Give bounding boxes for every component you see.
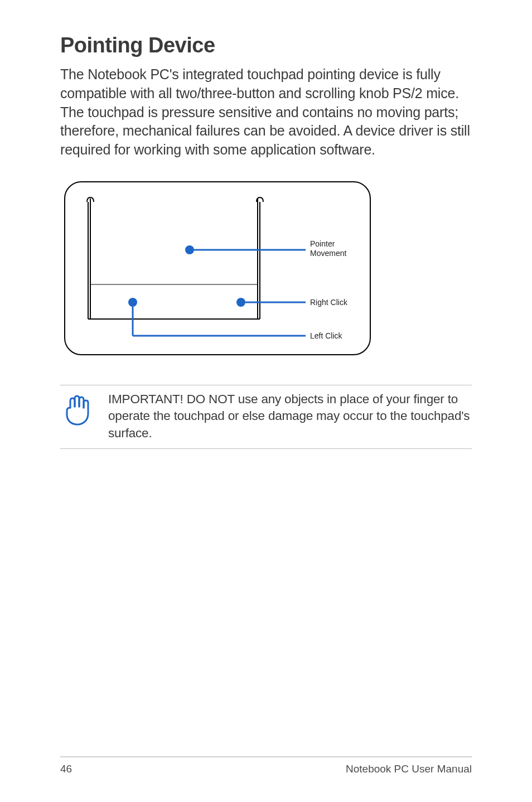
diagram-label-left: Left Click <box>310 331 343 340</box>
manual-title: Notebook PC User Manual <box>346 763 472 775</box>
section-heading: Pointing Device <box>60 33 472 57</box>
svg-rect-0 <box>65 182 370 355</box>
important-note-text: IMPORTANT! DO NOT use any objects in pla… <box>108 391 472 442</box>
body-paragraph: The Notebook PC's integrated touchpad po… <box>60 65 472 160</box>
svg-point-8 <box>128 298 137 307</box>
hand-stop-icon <box>60 391 93 427</box>
svg-point-9 <box>236 298 245 307</box>
diagram-label-pointer-1: Pointer <box>310 239 335 248</box>
diagram-label-pointer-2: Movement <box>310 249 346 258</box>
touchpad-diagram: Pointer Movement Right Click Left Click <box>61 178 374 358</box>
page-footer: 46 Notebook PC User Manual <box>0 756 532 775</box>
page-number: 46 <box>60 763 72 775</box>
diagram-label-right: Right Click <box>310 298 348 307</box>
svg-point-10 <box>185 245 194 254</box>
important-note: IMPORTANT! DO NOT use any objects in pla… <box>60 385 472 449</box>
